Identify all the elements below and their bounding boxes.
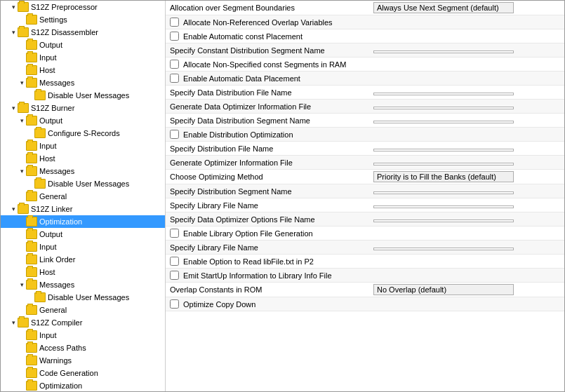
- expand-icon[interactable]: [18, 268, 26, 276]
- expand-icon[interactable]: ▾: [9, 3, 18, 11]
- tree-node-host-lin[interactable]: Host: [1, 266, 165, 278]
- settings-checkbox[interactable]: [170, 130, 179, 139]
- settings-row: Enable Automatic Data Placement: [166, 72, 564, 86]
- settings-label: Specify Distribution File Name: [166, 142, 369, 156]
- settings-checkbox[interactable]: [170, 18, 179, 27]
- tree-node-host-dis[interactable]: Host: [1, 64, 165, 76]
- tree-node-messages-bur[interactable]: ▾Messages: [1, 165, 165, 177]
- settings-checkbox[interactable]: [170, 60, 179, 69]
- expand-icon[interactable]: [18, 255, 26, 264]
- settings-text-input[interactable]: [373, 121, 514, 123]
- tree-node-s12z-preprocessor[interactable]: ▾S12Z Preprocessor: [1, 1, 165, 13]
- expand-icon[interactable]: ▾: [18, 167, 26, 175]
- expand-icon[interactable]: [18, 66, 26, 74]
- expand-icon[interactable]: [18, 243, 26, 251]
- expand-icon[interactable]: [18, 217, 26, 226]
- expand-icon[interactable]: ▾: [18, 116, 26, 125]
- expand-icon[interactable]: [18, 381, 26, 390]
- expand-icon[interactable]: [26, 129, 34, 137]
- folder-icon: [34, 128, 46, 138]
- expand-icon[interactable]: ▾: [9, 104, 18, 112]
- expand-icon[interactable]: [18, 154, 26, 163]
- settings-checkbox[interactable]: [170, 74, 179, 83]
- tree-node-disable-user-messages-bur[interactable]: Disable User Messages: [1, 177, 165, 190]
- expand-icon[interactable]: [18, 344, 26, 352]
- expand-icon[interactable]: ▾: [9, 205, 18, 213]
- settings-checkbox[interactable]: [170, 271, 179, 280]
- settings-checkbox[interactable]: [170, 299, 179, 309]
- tree-node-output-lin[interactable]: Output: [1, 228, 165, 241]
- expand-icon[interactable]: ▾: [9, 28, 18, 36]
- tree-node-disable-user-messages-lin[interactable]: Disable User Messages: [1, 291, 165, 304]
- settings-text-input[interactable]: [373, 219, 514, 222]
- tree-node-input-bur[interactable]: Input: [1, 140, 165, 152]
- settings-checkbox[interactable]: [170, 32, 179, 41]
- settings-dropdown[interactable]: No Overlap (default): [373, 284, 514, 295]
- tree-node-general-lin[interactable]: General: [1, 304, 165, 316]
- settings-text-input[interactable]: [373, 163, 514, 165]
- folder-icon: [26, 15, 37, 25]
- settings-row: Choose Optimizing MethodPriority is to F…: [166, 170, 564, 184]
- folder-icon: [18, 204, 29, 214]
- expand-icon[interactable]: [18, 192, 26, 201]
- tree-node-configure-s-records[interactable]: Configure S-Records: [1, 127, 165, 140]
- settings-text-input[interactable]: [373, 191, 514, 194]
- tree-node-messages-dis[interactable]: ▾Messages: [1, 76, 165, 89]
- tree-node-label: Input: [39, 243, 56, 251]
- tree-node-s12z-burner[interactable]: ▾S12Z Burner: [1, 102, 165, 114]
- expand-icon[interactable]: [18, 306, 26, 314]
- tree-node-optimization-lin[interactable]: Optimization: [1, 215, 165, 228]
- expand-icon[interactable]: [18, 331, 26, 339]
- expand-icon[interactable]: [18, 53, 26, 62]
- tree-node-label: Input: [39, 331, 56, 339]
- tree-node-warnings[interactable]: Warnings: [1, 354, 165, 367]
- expand-icon[interactable]: ▾: [9, 318, 18, 327]
- settings-text-input[interactable]: [373, 248, 514, 250]
- settings-row: Enable Distribution Optimization: [166, 128, 564, 142]
- settings-checkbox[interactable]: [170, 257, 179, 266]
- tree-node-settings[interactable]: Settings: [1, 13, 165, 26]
- settings-text-input[interactable]: [373, 50, 514, 53]
- settings-label: Generate Data Optimizer Information File: [166, 100, 369, 114]
- tree-node-input-dis[interactable]: Input: [1, 51, 165, 64]
- tree-node-output-bur[interactable]: ▾Output: [1, 114, 165, 127]
- expand-icon[interactable]: ▾: [18, 79, 26, 87]
- tree-node-optimization-com[interactable]: Optimization: [1, 379, 165, 391]
- tree-node-access-paths[interactable]: Access Paths: [1, 342, 165, 354]
- tree-node-label: Output: [39, 230, 62, 238]
- tree-node-general-bur[interactable]: General: [1, 190, 165, 203]
- tree-node-code-generation[interactable]: Code Generation: [1, 367, 165, 379]
- settings-text-input[interactable]: [373, 107, 514, 109]
- settings-checkbox[interactable]: [170, 229, 179, 238]
- expand-icon[interactable]: [26, 293, 34, 302]
- expand-icon[interactable]: [18, 142, 26, 150]
- tree-node-input-com[interactable]: Input: [1, 329, 165, 342]
- settings-dropdown[interactable]: Priority is to Fill the Banks (default): [373, 171, 514, 182]
- tree-panel[interactable]: ▾S12Z PreprocessorSettings▾S12Z Disassem…: [1, 1, 166, 391]
- tree-node-s12z-disassembler[interactable]: ▾S12Z Disassembler: [1, 26, 165, 39]
- settings-label: Specify Data Optimizer Options File Name: [166, 212, 369, 227]
- settings-text-input[interactable]: [373, 205, 514, 208]
- tree-node-link-order[interactable]: Link Order: [1, 253, 165, 266]
- expand-icon[interactable]: [18, 356, 26, 365]
- expand-icon[interactable]: [18, 15, 26, 24]
- settings-dropdown[interactable]: Always Use Next Segment (default): [373, 2, 514, 13]
- settings-text-input[interactable]: [373, 149, 514, 151]
- expand-icon[interactable]: [18, 369, 26, 377]
- tree-node-label: Host: [39, 268, 55, 276]
- expand-icon[interactable]: [18, 41, 26, 49]
- tree-node-host-bur[interactable]: Host: [1, 152, 165, 165]
- tree-node-messages-lin[interactable]: ▾Messages: [1, 278, 165, 291]
- tree-node-s12z-linker[interactable]: ▾S12Z Linker: [1, 203, 165, 215]
- settings-text-input[interactable]: [373, 93, 514, 95]
- expand-icon[interactable]: ▾: [18, 281, 26, 289]
- tree-node-s12z-compiler[interactable]: ▾S12Z Compiler: [1, 316, 165, 329]
- settings-label: Specify Constant Distribution Segment Na…: [166, 43, 369, 58]
- settings-row: Generate Data Optimizer Information File: [166, 100, 564, 114]
- tree-node-disable-user-messages-dis[interactable]: Disable User Messages: [1, 89, 165, 102]
- tree-node-output-dis[interactable]: Output: [1, 39, 165, 51]
- expand-icon[interactable]: [26, 91, 34, 100]
- tree-node-input-lin[interactable]: Input: [1, 241, 165, 253]
- expand-icon[interactable]: [26, 180, 34, 188]
- expand-icon[interactable]: [18, 230, 26, 238]
